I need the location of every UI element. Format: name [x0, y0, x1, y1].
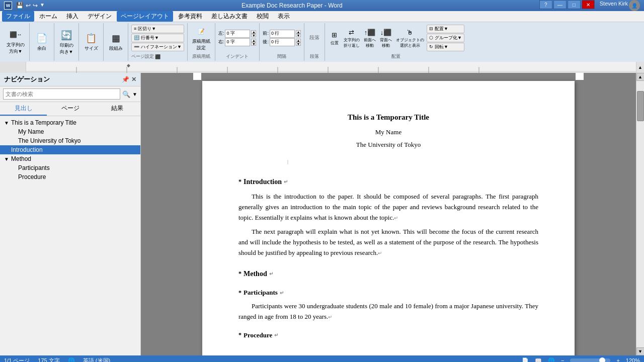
text-direction-icon: ⬛↔	[8, 28, 23, 42]
scroll-down-button[interactable]: ▼	[636, 347, 645, 355]
size-label: サイズ	[85, 45, 98, 52]
columns-button[interactable]: ▦ 段組み	[107, 30, 125, 53]
toggle-icon[interactable]: ▼	[4, 156, 11, 162]
menu-review[interactable]: 校閲	[253, 11, 273, 22]
ribbon-group-size: 📋 サイズ	[81, 23, 104, 61]
group-icon: ⬡	[429, 35, 433, 40]
spacing-before-input[interactable]	[270, 30, 295, 38]
scroll-top-btn[interactable]: ▲	[636, 62, 644, 73]
toggle-icon[interactable]: ▼	[4, 120, 11, 126]
draft-paper-button[interactable]: 📝 原稿用紙設定	[191, 23, 212, 52]
search-input[interactable]	[3, 88, 120, 100]
menu-file[interactable]: ファイル	[2, 11, 34, 22]
text-direction-button[interactable]: ⬛↔ 文字列の方向▼	[5, 27, 26, 56]
menu-insert[interactable]: 挿入	[62, 11, 83, 22]
ribbon-group-orientation: 🔄 印刷の向き▼	[56, 23, 79, 61]
indent-right-up[interactable]: ▲	[251, 39, 256, 42]
tab-headings[interactable]: 見出し	[0, 102, 47, 116]
ruler-area: ◆ ▲	[0, 62, 644, 73]
tab-results[interactable]: 結果	[94, 102, 140, 116]
indent-right-input[interactable]	[225, 38, 250, 46]
zoom-in-icon[interactable]: +	[616, 357, 619, 362]
spacing-after-input[interactable]	[270, 38, 295, 46]
scroll-track[interactable]	[636, 81, 644, 347]
tab-pages[interactable]: ページ	[47, 102, 94, 116]
nav-item-introduction[interactable]: Introduction	[0, 145, 140, 154]
breaks-button[interactable]: ≡ 区切り▼	[131, 25, 184, 33]
save-icon[interactable]: 💾	[16, 2, 24, 9]
menu-design[interactable]: デザイン	[84, 11, 116, 22]
spacing-before-up[interactable]: ▲	[296, 30, 301, 34]
zoom-out-icon[interactable]: −	[561, 357, 564, 362]
maximize-button[interactable]: □	[568, 0, 581, 9]
page-setup-dialog-icon[interactable]: ⬛	[155, 54, 160, 59]
spacing-after-down[interactable]: ▼	[296, 42, 301, 46]
document-page[interactable]: This is a Temporary Title My Name The Un…	[202, 81, 575, 355]
scroll-thumb[interactable]	[637, 91, 644, 121]
nav-item-title[interactable]: ▼ This is a Temporary Title	[0, 118, 140, 127]
ribbon-group-indent: 左: ▲ ▼ 右: ▲ ▼	[217, 23, 260, 61]
zoom-slider[interactable]	[570, 358, 610, 362]
indent-left-up[interactable]: ▲	[251, 30, 256, 34]
nav-item-label: Method	[11, 155, 31, 162]
bring-forward-button[interactable]: ↑⬛ 前面へ移動	[362, 26, 377, 49]
margins-button[interactable]: 📄 余白	[33, 30, 51, 53]
rotate-button[interactable]: ↻回転▼	[427, 43, 464, 51]
line-numbers-button[interactable]: 🔢 行番号▼	[131, 34, 184, 42]
menu-layout[interactable]: ページレイアウト	[117, 11, 173, 22]
indent-right-spin: ▲ ▼	[251, 39, 256, 46]
nav-title: ナビゲーション	[4, 75, 50, 84]
rg-title-arrange: 配置	[328, 53, 464, 60]
web-layout-icon[interactable]: 🌐	[548, 357, 555, 363]
scroll-up-button[interactable]: ▲	[636, 73, 645, 81]
selection-button[interactable]: 🖱 オブジェクトの選択と表示	[394, 26, 426, 49]
send-backward-button[interactable]: ↓⬛ 背面へ移動	[378, 26, 393, 49]
nav-pin-icon[interactable]: 📌	[122, 76, 129, 83]
menu-home[interactable]: ホーム	[35, 11, 61, 22]
doc-author: My Name	[238, 127, 538, 138]
heading-marker: *	[238, 177, 242, 187]
hyphenation-button[interactable]: ➖ ハイフネーション▼	[131, 43, 184, 51]
search-dropdown-icon[interactable]: ▼	[132, 92, 137, 97]
menu-mailings[interactable]: 差し込み文書	[207, 11, 252, 22]
group-button[interactable]: ⬡グループ化▼	[427, 34, 464, 42]
nav-item-university[interactable]: The University of Tokyo	[0, 136, 140, 145]
menu-references[interactable]: 参考資料	[174, 11, 206, 22]
position-button[interactable]: ⊞ 位置	[328, 29, 341, 47]
margins-label: 余白	[37, 45, 46, 52]
close-button[interactable]: ✕	[582, 0, 595, 9]
zoom-level[interactable]: 120%	[626, 357, 640, 362]
document-area[interactable]: This is a Temporary Title My Name The Un…	[141, 73, 636, 355]
spacing-after-up[interactable]: ▲	[296, 39, 301, 42]
doc-paragraph: This is the introduction to the paper. I…	[238, 192, 538, 223]
status-bar: 1/1 ページ 175 文字 🌐 英語 (米国) 📄 📖 🌐 − + 120%	[0, 355, 644, 362]
redo-icon[interactable]: ↪	[33, 2, 38, 9]
rg-content: ▦ 段組み	[107, 23, 125, 60]
customize-icon[interactable]: ▼	[40, 2, 45, 9]
help-button[interactable]: ?	[539, 0, 552, 9]
search-icon[interactable]: 🔍	[122, 90, 130, 98]
nav-close-icon[interactable]: ✕	[131, 76, 136, 83]
send-backward-icon: ↓⬛	[381, 27, 391, 37]
read-mode-icon[interactable]: 📖	[535, 357, 542, 363]
print-layout-icon[interactable]: 📄	[522, 357, 529, 363]
rg-content: 📋 サイズ	[82, 23, 100, 60]
indent-right-down[interactable]: ▼	[251, 42, 256, 46]
indent-left-down[interactable]: ▼	[251, 34, 256, 37]
spacing-before-down[interactable]: ▼	[296, 34, 301, 37]
orientation-button[interactable]: 🔄 印刷の向き▼	[57, 27, 75, 56]
zoom-thumb[interactable]	[599, 357, 605, 362]
spacing-inputs: 前: ▲ ▼ 後: ▲ ▼	[263, 30, 301, 46]
minimize-button[interactable]: —	[553, 0, 567, 9]
doc-university: The University of Tokyo	[238, 140, 538, 150]
indent-left-input[interactable]	[225, 30, 250, 38]
text-wrap-button[interactable]: ⇄ 文字列の折り返し	[342, 26, 361, 49]
nav-item-participants[interactable]: Participants	[0, 163, 140, 172]
undo-icon[interactable]: ↩	[26, 2, 31, 9]
nav-item-name[interactable]: My Name	[0, 127, 140, 136]
nav-item-procedure[interactable]: Procedure	[0, 172, 140, 182]
menu-view[interactable]: 表示	[274, 11, 294, 22]
align-button[interactable]: ⊟配置▼	[427, 25, 464, 33]
size-button[interactable]: 📋 サイズ	[82, 30, 100, 53]
nav-item-method[interactable]: ▼ Method	[0, 154, 140, 163]
